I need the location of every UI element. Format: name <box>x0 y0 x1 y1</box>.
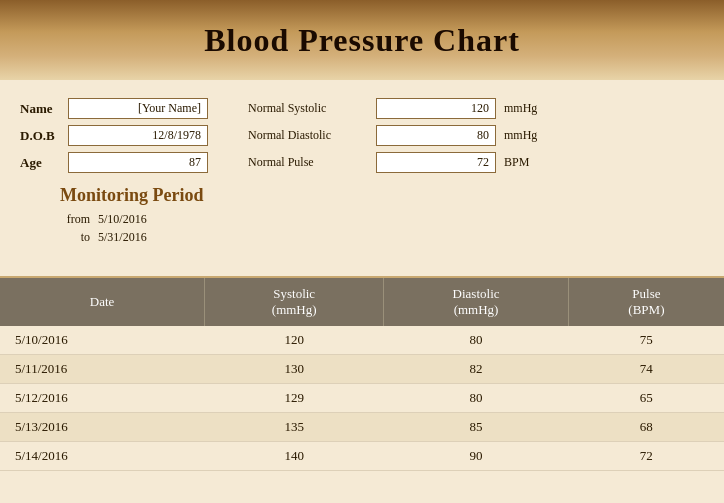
from-row: from 5/10/2016 <box>60 212 684 227</box>
normal-diastolic-label: Normal Diastolic <box>248 128 368 143</box>
age-label: Age <box>20 155 60 171</box>
pulse-unit: BPM <box>504 155 539 170</box>
col-systolic: Systolic(mmHg) <box>205 278 384 326</box>
diastolic-unit: mmHg <box>504 128 539 143</box>
cell-date: 5/14/2016 <box>0 442 205 471</box>
cell-systolic: 135 <box>205 413 384 442</box>
to-row: to 5/31/2016 <box>60 230 684 245</box>
col-pulse: Pulse(BPM) <box>568 278 724 326</box>
normal-pulse-label: Normal Pulse <box>248 155 368 170</box>
cell-systolic: 140 <box>205 442 384 471</box>
page-title: Blood Pressure Chart <box>204 22 520 59</box>
page-header: Blood Pressure Chart <box>0 0 724 80</box>
systolic-unit: mmHg <box>504 101 539 116</box>
cell-date: 5/13/2016 <box>0 413 205 442</box>
info-section: Name D.O.B Age Normal Systolic mmHg Norm… <box>0 80 724 266</box>
monitoring-title: Monitoring Period <box>60 185 684 206</box>
cell-pulse: 65 <box>568 384 724 413</box>
normal-pulse-row: Normal Pulse BPM <box>248 152 539 173</box>
cell-diastolic: 82 <box>384 355 569 384</box>
col-diastolic: Diastolic(mmHg) <box>384 278 569 326</box>
bp-table: Date Systolic(mmHg) Diastolic(mmHg) Puls… <box>0 278 724 471</box>
name-label: Name <box>20 101 60 117</box>
table-row: 5/12/20161298065 <box>0 384 724 413</box>
normal-pulse-input[interactable] <box>376 152 496 173</box>
age-row: Age <box>20 152 208 173</box>
cell-pulse: 74 <box>568 355 724 384</box>
normal-values: Normal Systolic mmHg Normal Diastolic mm… <box>248 98 539 173</box>
to-label: to <box>60 230 90 245</box>
monitoring-section: Monitoring Period from 5/10/2016 to 5/31… <box>20 173 704 256</box>
table-section: Date Systolic(mmHg) Diastolic(mmHg) Puls… <box>0 278 724 471</box>
normal-diastolic-row: Normal Diastolic mmHg <box>248 125 539 146</box>
age-input[interactable] <box>68 152 208 173</box>
normal-systolic-label: Normal Systolic <box>248 101 368 116</box>
name-input[interactable] <box>68 98 208 119</box>
normal-systolic-row: Normal Systolic mmHg <box>248 98 539 119</box>
from-label: from <box>60 212 90 227</box>
cell-diastolic: 80 <box>384 326 569 355</box>
col-date: Date <box>0 278 205 326</box>
table-row: 5/10/20161208075 <box>0 326 724 355</box>
to-value: 5/31/2016 <box>98 230 147 245</box>
cell-date: 5/11/2016 <box>0 355 205 384</box>
patient-info: Name D.O.B Age <box>20 98 208 173</box>
cell-systolic: 130 <box>205 355 384 384</box>
normal-diastolic-input[interactable] <box>376 125 496 146</box>
normal-systolic-input[interactable] <box>376 98 496 119</box>
table-row: 5/13/20161358568 <box>0 413 724 442</box>
table-header-row: Date Systolic(mmHg) Diastolic(mmHg) Puls… <box>0 278 724 326</box>
from-value: 5/10/2016 <box>98 212 147 227</box>
cell-pulse: 72 <box>568 442 724 471</box>
cell-pulse: 68 <box>568 413 724 442</box>
cell-date: 5/10/2016 <box>0 326 205 355</box>
name-row: Name <box>20 98 208 119</box>
cell-diastolic: 85 <box>384 413 569 442</box>
cell-diastolic: 90 <box>384 442 569 471</box>
dob-input[interactable] <box>68 125 208 146</box>
table-row: 5/14/20161409072 <box>0 442 724 471</box>
cell-pulse: 75 <box>568 326 724 355</box>
cell-date: 5/12/2016 <box>0 384 205 413</box>
cell-diastolic: 80 <box>384 384 569 413</box>
cell-systolic: 120 <box>205 326 384 355</box>
dob-row: D.O.B <box>20 125 208 146</box>
dob-label: D.O.B <box>20 128 60 144</box>
cell-systolic: 129 <box>205 384 384 413</box>
table-row: 5/11/20161308274 <box>0 355 724 384</box>
